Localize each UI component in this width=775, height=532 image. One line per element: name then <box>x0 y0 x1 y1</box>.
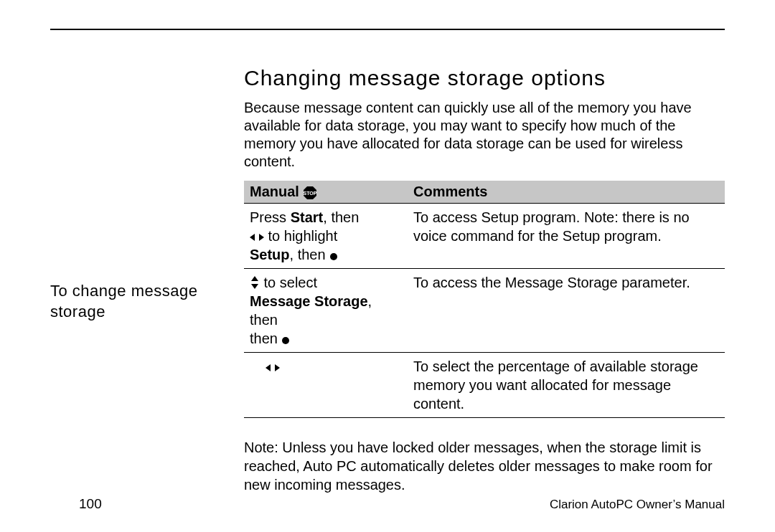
col-manual-label: Manual <box>250 184 299 199</box>
manual-cell: Press Start, then to highlight Setup, th… <box>244 204 408 269</box>
left-right-arrow-icon <box>266 361 280 375</box>
svg-marker-3 <box>259 234 264 241</box>
enter-dot-icon <box>329 249 338 263</box>
side-caption-line1: To change message <box>50 282 197 300</box>
footer-source: Clarion AutoPC Owner’s Manual <box>550 498 725 512</box>
note-paragraph: Note: Unless you have locked older messa… <box>244 438 725 494</box>
svg-marker-5 <box>251 276 258 281</box>
stop-icon: STOP <box>303 186 317 200</box>
manual-cell <box>244 353 408 418</box>
svg-point-7 <box>282 337 289 344</box>
enter-dot-icon <box>281 333 290 347</box>
top-rule <box>50 29 725 30</box>
svg-marker-8 <box>266 364 271 371</box>
side-caption-line2: storage <box>50 303 105 320</box>
page-number: 100 <box>79 496 102 512</box>
col-comments-header: Comments <box>408 181 725 204</box>
intro-paragraph: Because message content can quickly use … <box>244 99 725 171</box>
up-down-arrow-icon <box>250 276 260 291</box>
page-title: Changing message storage options <box>244 66 725 90</box>
side-caption: To change message storage <box>50 66 244 322</box>
manual-cell: to select Message Storage, then then <box>244 269 408 353</box>
col-manual-header: Manual STOP <box>244 181 408 204</box>
svg-point-4 <box>330 253 337 260</box>
svg-text:STOP: STOP <box>304 191 317 196</box>
svg-marker-6 <box>251 284 258 289</box>
table-row: to select Message Storage, then then To … <box>244 269 725 353</box>
comment-cell: To access Setup program. Note: there is … <box>408 204 725 269</box>
svg-marker-9 <box>275 364 280 371</box>
left-right-arrow-icon <box>250 230 264 244</box>
comment-cell: To select the percentage of available st… <box>408 353 725 418</box>
instruction-table: Manual STOP Comments <box>244 181 725 418</box>
table-row: To select the percentage of available st… <box>244 353 725 418</box>
page-footer: 100 Clarion AutoPC Owner’s Manual <box>79 496 725 512</box>
table-row: Press Start, then to highlight Setup, th… <box>244 204 725 269</box>
comment-cell: To access the Message Storage parameter. <box>408 269 725 353</box>
svg-marker-2 <box>250 234 255 241</box>
